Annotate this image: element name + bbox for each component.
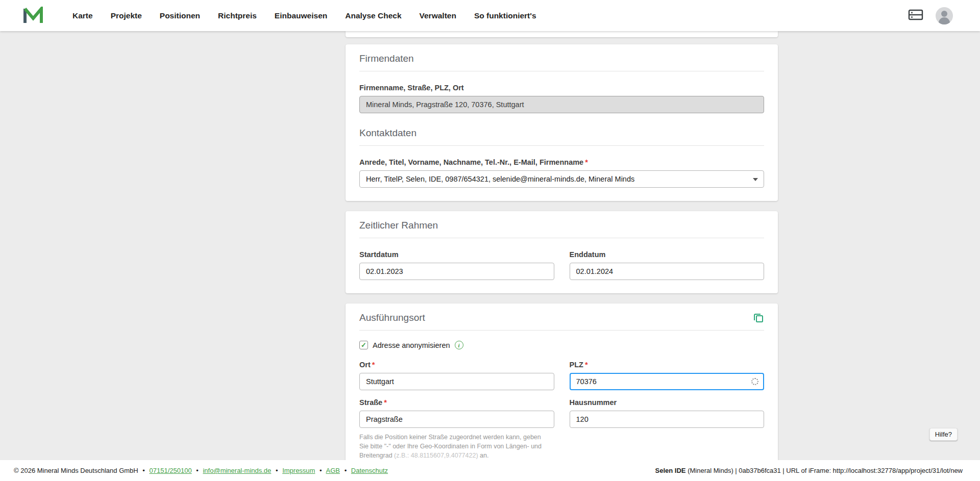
help-text-coords: (z.B.: 48.8115607,9.4077422): [394, 452, 478, 459]
nav-item-verwalten[interactable]: Verwalten: [420, 11, 456, 20]
strasse-label-text: Straße: [359, 398, 382, 407]
hausnummer-field: Hausnummer: [570, 398, 765, 460]
footer-env-name: Selen IDE: [655, 467, 686, 474]
plz-field: PLZ*: [570, 361, 765, 390]
startdatum-input[interactable]: [359, 263, 554, 280]
info-icon[interactable]: i: [455, 341, 463, 349]
nav-item-projekte[interactable]: Projekte: [111, 11, 142, 20]
server-icon[interactable]: [908, 8, 923, 23]
app-logo[interactable]: [23, 7, 72, 25]
footer-separator: •: [320, 467, 322, 474]
footer-left: © 2026 Mineral Minds Deutschland GmbH • …: [14, 467, 388, 474]
enddatum-input[interactable]: [570, 263, 765, 280]
kontaktdaten-title: Kontaktdaten: [359, 128, 416, 138]
footer: © 2026 Mineral Minds Deutschland GmbH • …: [0, 460, 980, 481]
anonymize-label: Adresse anonymisieren: [373, 341, 450, 349]
required-asterisk: *: [384, 398, 387, 407]
card-partial-top: [346, 31, 778, 37]
strasse-field: Straße* Falls die Position keiner Straße…: [359, 398, 554, 460]
footer-separator: •: [276, 467, 278, 474]
kontakt-label-text: Anrede, Titel, Vorname, Nachname, Tel.-N…: [359, 158, 583, 166]
plz-label-text: PLZ: [570, 361, 583, 369]
required-asterisk: *: [585, 361, 588, 369]
ort-label-text: Ort: [359, 361, 371, 369]
card-ausfuehrungsort: Ausführungsort ✓ Adresse anonymisieren i: [346, 303, 778, 473]
footer-env-details: (Mineral Minds) | 0ab37b6fca31 | URL of …: [686, 467, 963, 474]
startdatum-label: Startdatum: [359, 250, 554, 259]
footer-link-impressum[interactable]: Impressum: [282, 467, 315, 474]
help-button[interactable]: Hilfe?: [929, 428, 958, 441]
card-firmendaten: Firmendaten Firmenname, Straße, PLZ, Ort…: [346, 44, 778, 201]
footer-separator: •: [345, 467, 347, 474]
info-glyph: i: [458, 342, 460, 348]
strasse-input[interactable]: [359, 411, 554, 428]
hausnummer-input[interactable]: [570, 411, 765, 428]
required-asterisk: *: [372, 361, 375, 369]
firmenname-label: Firmenname, Straße, PLZ, Ort: [359, 84, 764, 92]
ort-label: Ort*: [359, 361, 554, 369]
top-navbar: Karte Projekte Positionen Richtpreis Ein…: [0, 0, 980, 31]
plz-input[interactable]: [570, 373, 765, 390]
firmendaten-title: Firmendaten: [359, 53, 414, 64]
kontakt-label: Anrede, Titel, Vorname, Nachname, Tel.-N…: [359, 158, 764, 166]
firmenname-readonly-input[interactable]: [359, 96, 764, 113]
plz-label: PLZ*: [570, 361, 765, 369]
nav-item-einbauweisen[interactable]: Einbauweisen: [275, 11, 327, 20]
navbar-right: [908, 7, 953, 24]
nav-item-analyse-check[interactable]: Analyse Check: [345, 11, 401, 20]
nav-item-positionen[interactable]: Positionen: [160, 11, 200, 20]
copy-icon[interactable]: [753, 312, 764, 323]
loading-spinner-icon: [751, 378, 758, 385]
kontakt-select[interactable]: Herr, TitelP, Selen, IDE, 0987/654321, s…: [359, 170, 764, 188]
nav-item-richtpreis[interactable]: Richtpreis: [218, 11, 257, 20]
mineral-minds-logo-icon: [23, 7, 43, 25]
ausfuehrungsort-header: Ausführungsort: [359, 312, 764, 331]
footer-right: Selen IDE (Mineral Minds) | 0ab37b6fca31…: [655, 467, 963, 474]
hausnummer-label: Hausnummer: [570, 398, 765, 407]
footer-link-agb[interactable]: AGB: [326, 467, 340, 474]
footer-separator: •: [196, 467, 199, 474]
user-avatar[interactable]: [936, 7, 953, 24]
strasse-help-text: Falls die Position keiner Straße zugeord…: [359, 433, 549, 460]
strasse-label: Straße*: [359, 398, 554, 407]
anonymize-row: ✓ Adresse anonymisieren i: [359, 341, 764, 349]
card-zeitlicher-rahmen: Zeitlicher Rahmen Startdatum Enddatum: [346, 211, 778, 293]
nav-item-so-funktionierts[interactable]: So funktioniert's: [474, 11, 536, 20]
copyright-text: © 2026 Mineral Minds Deutschland GmbH: [14, 467, 138, 474]
kontakt-select-value: Herr, TitelP, Selen, IDE, 0987/654321, s…: [366, 175, 634, 183]
nav-item-karte[interactable]: Karte: [72, 11, 93, 20]
ort-input[interactable]: [359, 373, 554, 390]
form-card-column: Firmendaten Firmenname, Straße, PLZ, Ort…: [346, 31, 778, 481]
enddatum-label: Enddatum: [570, 250, 765, 259]
avatar-shoulders: [939, 17, 950, 24]
help-text-part2: an.: [478, 452, 489, 459]
avatar-head: [941, 11, 947, 17]
footer-link-email[interactable]: info@mineral-minds.de: [203, 467, 271, 474]
startdatum-field: Startdatum: [359, 250, 554, 280]
footer-link-phone[interactable]: 07151/250100: [150, 467, 192, 474]
page-content: Firmendaten Firmenname, Straße, PLZ, Ort…: [0, 31, 980, 460]
ort-field: Ort*: [359, 361, 554, 390]
zeitraum-title: Zeitlicher Rahmen: [359, 220, 438, 231]
footer-link-datenschutz[interactable]: Datenschutz: [351, 467, 388, 474]
required-asterisk: *: [585, 158, 588, 166]
anonymize-checkbox[interactable]: ✓: [359, 341, 368, 349]
ausfuehrungsort-title: Ausführungsort: [359, 312, 425, 323]
firmendaten-header: Firmendaten: [359, 53, 764, 71]
chevron-down-icon: [753, 178, 758, 181]
kontaktdaten-header: Kontaktdaten: [359, 128, 764, 146]
main-nav: Karte Projekte Positionen Richtpreis Ein…: [72, 11, 536, 20]
footer-separator: •: [142, 467, 145, 474]
check-icon: ✓: [361, 342, 366, 348]
zeitraum-header: Zeitlicher Rahmen: [359, 220, 764, 238]
enddatum-field: Enddatum: [570, 250, 765, 280]
